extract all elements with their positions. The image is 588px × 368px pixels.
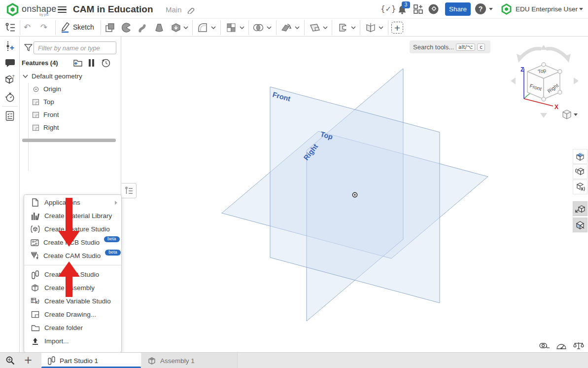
pattern-dropdown-caret-icon[interactable] bbox=[240, 26, 244, 29]
new-folder-icon[interactable] bbox=[73, 59, 83, 67]
named-views-button[interactable] bbox=[573, 149, 588, 164]
exploded-view-button[interactable] bbox=[573, 201, 588, 216]
tree-expand-chevron-icon[interactable] bbox=[23, 74, 28, 78]
tab-assembly-1[interactable]: Assembly 1 bbox=[142, 353, 238, 368]
revolve-button[interactable] bbox=[120, 21, 133, 34]
share-button[interactable]: Share bbox=[445, 2, 471, 16]
z-axis-label: Z bbox=[520, 66, 524, 73]
section-view-button[interactable] bbox=[573, 218, 588, 232]
thicken-dropdown-caret-icon[interactable] bbox=[183, 26, 188, 29]
feature-filter-input[interactable] bbox=[34, 41, 116, 54]
tab-part-studio-1[interactable]: Part Studio 1 bbox=[41, 353, 141, 368]
menu-item-create-folder[interactable]: Create folder bbox=[24, 321, 121, 334]
boolean-button[interactable] bbox=[252, 21, 265, 34]
feature-list-toggle-button[interactable] bbox=[122, 183, 137, 198]
bom-table-button[interactable] bbox=[4, 110, 15, 121]
folder-icon bbox=[31, 325, 40, 331]
suppress-pause-icon[interactable] bbox=[88, 59, 95, 67]
show-feature-list-button[interactable] bbox=[4, 21, 17, 34]
modify-dropdown-caret-icon[interactable] bbox=[295, 26, 300, 29]
beta-badge: beta bbox=[105, 250, 121, 256]
onshape-logo-icon[interactable] bbox=[6, 3, 19, 16]
protractor-button[interactable] bbox=[556, 341, 567, 350]
sweep-button[interactable] bbox=[137, 21, 149, 34]
undo-button[interactable]: ↶ bbox=[24, 22, 31, 32]
features-header: Features (4) bbox=[22, 59, 58, 67]
user-menu-label[interactable]: EDU Enterprise User bbox=[516, 5, 578, 13]
pattern-button[interactable] bbox=[225, 21, 238, 34]
fillet-dropdown-caret-icon[interactable] bbox=[211, 26, 216, 29]
split-button[interactable] bbox=[364, 21, 377, 34]
variable-studio-icon: x bbox=[31, 297, 40, 305]
plane-icon bbox=[32, 99, 39, 106]
configurations-button[interactable] bbox=[573, 164, 588, 179]
drawing-icon bbox=[31, 311, 40, 318]
apps-grid-icon[interactable] bbox=[413, 4, 423, 14]
comments-button[interactable] bbox=[4, 57, 15, 68]
loft-button[interactable] bbox=[153, 21, 166, 34]
rollback-bar[interactable] bbox=[22, 139, 116, 142]
tree-node-right[interactable]: Right bbox=[43, 124, 59, 131]
tree-node-default-geometry[interactable]: Default geometry bbox=[32, 73, 82, 80]
menu-item-import[interactable]: Import... bbox=[24, 334, 121, 348]
view-cube[interactable]: Top Front Right Z X bbox=[508, 42, 582, 121]
fillet-button[interactable] bbox=[196, 21, 209, 34]
versions-icon[interactable]: {✓} bbox=[380, 4, 396, 13]
share-link-icon[interactable] bbox=[186, 5, 195, 14]
help-menu-caret-icon[interactable] bbox=[489, 8, 493, 10]
origin-icon bbox=[33, 86, 39, 92]
shortcut-alt-key: alt/⌥ bbox=[456, 43, 475, 51]
document-title[interactable]: CAM in Education bbox=[73, 4, 153, 15]
plane-button[interactable] bbox=[309, 21, 321, 34]
main-menu-button[interactable] bbox=[58, 5, 67, 14]
split-dropdown-caret-icon[interactable] bbox=[379, 26, 383, 29]
tab-label: Part Studio 1 bbox=[60, 357, 98, 365]
annotation-arrow-down bbox=[58, 198, 80, 247]
mass-properties-button[interactable] bbox=[573, 341, 584, 350]
extrude-button[interactable] bbox=[104, 21, 116, 34]
sketch-button[interactable]: Sketch bbox=[60, 21, 94, 33]
notifications-button[interactable]: 3 bbox=[396, 3, 408, 15]
new-tab-button[interactable]: + bbox=[22, 354, 35, 367]
plane-icon bbox=[32, 111, 39, 118]
tape-measure-button[interactable] bbox=[539, 341, 550, 350]
part-help-button[interactable]: ? bbox=[4, 74, 15, 85]
plane-dropdown-caret-icon[interactable] bbox=[323, 26, 328, 29]
variables-button[interactable] bbox=[573, 180, 588, 194]
material-library-icon bbox=[31, 212, 40, 220]
tree-node-front[interactable]: Front bbox=[43, 111, 59, 118]
help-button[interactable]: ? bbox=[475, 3, 486, 14]
annotation-arrow-up bbox=[58, 261, 80, 297]
view-options-button[interactable] bbox=[563, 110, 578, 119]
custom-feature-button[interactable]: + bbox=[391, 22, 403, 34]
modify-fillet-button[interactable] bbox=[280, 21, 293, 34]
ai-assistant-icon[interactable] bbox=[428, 3, 439, 15]
filter-icon[interactable] bbox=[24, 44, 33, 52]
svg-text:?: ? bbox=[12, 74, 15, 78]
boolean-dropdown-caret-icon[interactable] bbox=[267, 26, 272, 29]
workspace-name[interactable]: Main bbox=[166, 5, 182, 14]
search-tools-box[interactable]: Search tools... alt/⌥ c bbox=[410, 40, 490, 53]
chevron-down-icon bbox=[574, 113, 578, 116]
search-tabs-button[interactable] bbox=[4, 355, 17, 367]
insert-item-button[interactable] bbox=[4, 40, 15, 51]
rollback-clock-icon[interactable] bbox=[101, 58, 110, 68]
plus-icon: + bbox=[391, 22, 403, 34]
menu-item-create-cam-studio[interactable]: Create CAM Studio beta bbox=[24, 249, 121, 262]
origin-marker[interactable] bbox=[352, 192, 357, 197]
document-icon bbox=[31, 198, 40, 207]
slot-button[interactable] bbox=[336, 21, 349, 34]
slot-dropdown-caret-icon[interactable] bbox=[351, 26, 356, 29]
history-button[interactable] bbox=[4, 92, 15, 103]
part-studio-icon bbox=[31, 270, 40, 279]
feature-list-icon bbox=[125, 186, 134, 195]
tree-node-origin[interactable]: Origin bbox=[43, 85, 61, 93]
submenu-arrow-icon bbox=[115, 201, 117, 205]
user-menu-caret-icon[interactable] bbox=[579, 8, 583, 10]
menu-item-create-drawing[interactable]: Create Drawing... bbox=[24, 308, 121, 321]
x-axis bbox=[524, 99, 553, 106]
assembly-tab-icon bbox=[148, 357, 156, 365]
redo-button[interactable]: ↷ bbox=[40, 22, 47, 32]
thicken-button[interactable] bbox=[170, 21, 182, 34]
tree-node-top[interactable]: Top bbox=[43, 98, 54, 106]
